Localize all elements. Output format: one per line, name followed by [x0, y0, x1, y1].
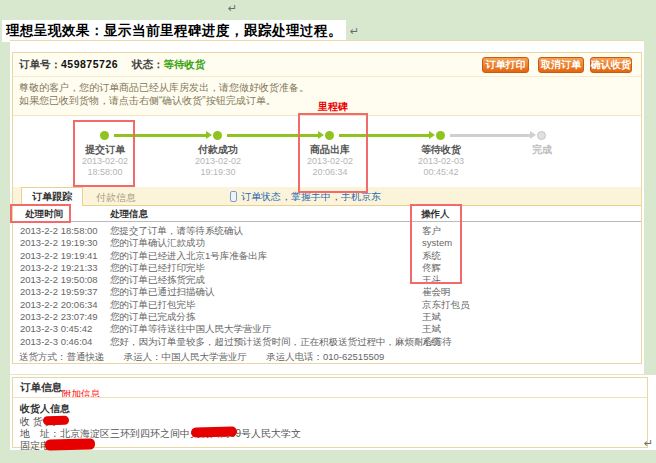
- paragraph-mark: ↵: [350, 25, 359, 38]
- paragraph-mark: ↵: [644, 437, 653, 450]
- table-row: 2013-2-2 19:21:33您的订单已经打印完毕佟辉: [13, 262, 639, 274]
- divider: [13, 76, 641, 77]
- milestone-paid: 付款成功 2013-02-02 19:19:30: [173, 143, 263, 178]
- table-row: 2013-2-2 19:59:37您的订单已通过扫描确认崔会明: [13, 286, 639, 298]
- milestone-dot-complete: [537, 131, 546, 140]
- annotation-extra-info: 附加信息: [62, 388, 100, 401]
- table-row: 2013-2-3 0:45:42您的订单等待送往中国人民大学营业厅王斌: [13, 323, 639, 335]
- milestone-dot-paid: [213, 131, 222, 140]
- annotation-box-time-header: [10, 204, 71, 223]
- tracking-table: 2013-2-2 18:58:00您提交了订单，请等待系统确认客户 2013-2…: [13, 225, 639, 348]
- print-order-button[interactable]: 订单打印: [482, 57, 529, 73]
- table-row: 2013-2-2 19:19:41您的订单已经进入北京1号库准备出库系统: [13, 250, 639, 262]
- order-number-line: 订单号：459875726状态：等待收货: [19, 58, 206, 72]
- shipping-summary: 送货方式：普通快递 承运人：中国人民大学营业厅 承运人电话：010-625155…: [19, 351, 384, 364]
- order-status-label: 状态：: [132, 58, 164, 70]
- tab-payment-info[interactable]: 付款信息: [96, 191, 136, 205]
- redaction-consignee-name: [43, 416, 69, 426]
- order-number: 459875726: [61, 58, 118, 70]
- table-row: 2013-2-2 19:19:30您的订单确认汇款成功system: [13, 237, 639, 249]
- doc-title: 理想呈现效果：显示当前里程碑进度，跟踪处理过程。: [2, 20, 346, 42]
- table-row: 2013-2-2 18:58:00您提交了订单，请等待系统确认客户: [13, 225, 639, 237]
- milestone-dot-waiting: [436, 131, 445, 140]
- divider: [13, 397, 647, 398]
- table-row: 2013-2-2 23:07:49您的订单已完成分拣王斌: [13, 311, 639, 323]
- order-notice-1: 尊敬的客户，您的订单商品已经从库房发出，请您做好收货准备。: [19, 81, 309, 95]
- annotation-milestone-label: 里程碑: [318, 100, 348, 114]
- paragraph-mark: ↵: [228, 2, 237, 15]
- annotation-box-current-milestone: [298, 113, 368, 193]
- order-status: 等待收货: [164, 58, 206, 70]
- col-header-info: 处理信息: [110, 208, 148, 221]
- order-tracking-page: ↵ 理想呈现效果：显示当前里程碑进度，跟踪处理过程。 ↵ 订单号：4598757…: [0, 0, 656, 463]
- confirm-receipt-button[interactable]: 确认收货: [590, 57, 632, 73]
- phone-icon: [230, 191, 237, 202]
- table-row: 2013-2-2 20:06:34您的订单已打包完毕京东打包员: [13, 299, 639, 311]
- table-row: 2013-2-3 0:46:04您好，因为订单量较多，超过预计送货时间，正在积极…: [13, 336, 639, 348]
- consignee-section-title: 收货人信息: [20, 402, 70, 416]
- order-notice-2: 如果您已收到货物，请点击右侧“确认收货”按钮完成订单。: [19, 94, 276, 108]
- annotation-box-submit-milestone: [73, 120, 135, 187]
- table-row: 2013-2-2 19:50:08您的订单已经拣货完成王斗: [13, 274, 639, 286]
- annotation-box-operator-column: [410, 204, 462, 284]
- divider: [10, 40, 644, 41]
- cancel-order-button[interactable]: 取消订单: [538, 57, 584, 73]
- redaction-phone: [45, 438, 95, 450]
- milestone-arrow-pending: [450, 134, 530, 137]
- milestone-complete: 完成: [497, 143, 587, 156]
- divider: [13, 221, 641, 222]
- order-number-label: 订单号：: [19, 58, 61, 70]
- order-info-title: 订单信息: [20, 381, 62, 395]
- milestone-waiting: 等待收货 2013-02-03 00:45:42: [396, 143, 486, 178]
- redaction-address: [191, 426, 237, 437]
